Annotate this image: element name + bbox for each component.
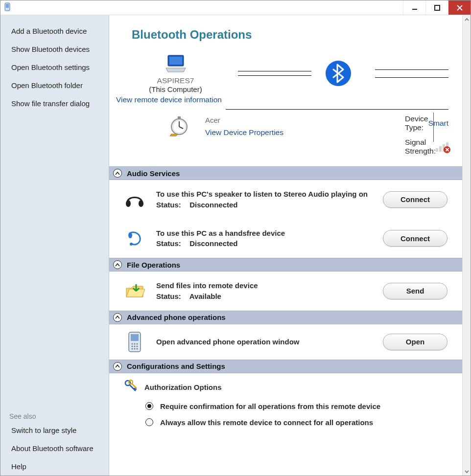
chevron-up-icon	[113, 362, 122, 371]
svg-point-19	[134, 345, 136, 347]
status-label: Status:	[156, 200, 188, 210]
service-desc: Open advanced phone operation window	[156, 337, 372, 347]
body: Add a Bluetooth device Show Bluetooth de…	[0, 15, 471, 476]
svg-point-18	[132, 345, 133, 347]
titlebar-left	[0, 0, 10, 15]
maximize-button[interactable]	[425, 0, 448, 15]
section-header-phone[interactable]: Advanced phone operations	[109, 311, 462, 324]
status-label: Status:	[156, 238, 188, 249]
svg-point-20	[137, 345, 138, 347]
section-config: Configurations and Settings Authorizatio…	[109, 360, 462, 431]
scroll-down-icon[interactable]	[463, 467, 471, 476]
svg-point-9	[126, 200, 131, 207]
svg-rect-4	[169, 57, 182, 65]
svg-point-12	[130, 243, 133, 246]
remote-info-row: Acer View Device Properties Device Type:…	[109, 110, 462, 166]
sidebar-item-show-devices[interactable]: Show Bluetooth devices	[0, 40, 109, 58]
see-also-heading: See also	[0, 408, 109, 421]
folder-send-icon	[124, 282, 145, 300]
view-remote-info-link[interactable]: View remote device information	[109, 93, 462, 106]
svg-point-10	[139, 200, 143, 207]
connection-lines-left	[238, 71, 311, 76]
section-audio: Audio Services To use this PC's speaker …	[109, 166, 462, 258]
service-phone-window: Open advanced phone operation window Ope…	[109, 324, 462, 360]
section-title-file: File Operations	[127, 261, 180, 269]
sidebar-item-open-settings[interactable]: Open Bluetooth settings	[0, 58, 109, 76]
section-phone: Advanced phone operations	[109, 311, 462, 360]
keys-icon	[124, 379, 138, 395]
scrollbar[interactable]	[462, 15, 471, 476]
signal-strength-label: Signal Strength:	[405, 138, 436, 156]
svg-point-21	[132, 348, 133, 349]
sidebar-item-open-folder[interactable]: Open Bluetooth folder	[0, 76, 109, 94]
service-send-files: Send files into remote device Status: Av…	[109, 272, 462, 311]
svg-point-23	[137, 348, 138, 349]
device-type-value[interactable]: Smart	[428, 119, 448, 128]
content: Bluetooth Operations ASPIRES7 (This Com	[109, 15, 462, 476]
local-device: ASPIRES7 (This Computer)	[123, 53, 228, 93]
device-type-label: Device Type:	[405, 114, 428, 132]
device-row: ASPIRES7 (This Computer)	[109, 53, 462, 93]
minimize-button[interactable]	[403, 0, 425, 15]
local-device-name: ASPIRES7	[157, 76, 194, 85]
section-title-config: Configurations and Settings	[127, 362, 225, 370]
radio-label: Require confirmation for all operations …	[160, 402, 380, 410]
radio-always-allow[interactable]: Always allow this remote device to conne…	[109, 414, 462, 431]
section-title-audio: Audio Services	[127, 169, 180, 178]
auth-options-heading: Authorization Options	[109, 373, 462, 398]
section-title-phone: Advanced phone operations	[127, 313, 226, 321]
scroll-up-icon[interactable]	[463, 15, 471, 23]
svg-point-15	[132, 343, 133, 344]
svg-rect-2	[435, 5, 440, 10]
titlebar	[0, 0, 471, 15]
radio-icon	[145, 402, 153, 410]
sidebar-item-help[interactable]: Help	[0, 457, 109, 476]
sidebar: Add a Bluetooth device Show Bluetooth de…	[0, 15, 109, 476]
remote-brand: Acer	[205, 116, 283, 124]
service-stereo-audio: To use this PC's speaker to listen to St…	[109, 180, 462, 219]
chevron-up-icon	[113, 313, 122, 322]
local-device-note: (This Computer)	[149, 85, 202, 93]
section-file: File Operations Send files into remote d…	[109, 258, 462, 311]
svg-point-11	[128, 232, 132, 238]
open-button[interactable]: Open	[383, 334, 447, 350]
service-handsfree: To use this PC as a handsfree device Sta…	[109, 219, 462, 258]
close-button[interactable]	[448, 0, 471, 15]
chevron-up-icon	[113, 169, 122, 178]
connection-lines-right	[355, 69, 448, 78]
service-desc: To use this PC as a handsfree device	[156, 228, 372, 239]
section-header-audio[interactable]: Audio Services	[109, 166, 462, 180]
status-value: Disconnected	[189, 201, 237, 209]
sidebar-item-file-transfer[interactable]: Show file transfer dialog	[0, 94, 109, 113]
headset-icon	[124, 229, 145, 247]
sidebar-item-large-style[interactable]: Switch to large style	[0, 421, 109, 439]
section-header-file[interactable]: File Operations	[109, 258, 462, 272]
svg-point-17	[137, 343, 138, 344]
app-icon	[4, 2, 10, 13]
svg-point-22	[134, 348, 136, 349]
headphones-icon	[124, 191, 145, 208]
connect-button[interactable]: Connect	[383, 191, 447, 208]
bluetooth-icon	[321, 60, 355, 87]
page-title: Bluetooth Operations	[109, 24, 462, 53]
window: Add a Bluetooth device Show Bluetooth de…	[0, 0, 471, 476]
content-wrap: Bluetooth Operations ASPIRES7 (This Com	[109, 15, 471, 476]
view-device-properties-link[interactable]: View Device Properties	[205, 128, 283, 137]
signal-strength-icon	[436, 142, 448, 152]
chevron-up-icon	[113, 260, 122, 269]
status-value: Available	[189, 292, 221, 300]
radio-icon	[145, 418, 153, 426]
sidebar-item-about[interactable]: About Bluetooth software	[0, 439, 109, 457]
send-button[interactable]: Send	[383, 283, 447, 299]
laptop-icon	[164, 53, 188, 74]
connect-button[interactable]: Connect	[383, 230, 447, 247]
service-desc: To use this PC's speaker to listen to St…	[156, 189, 372, 200]
status-label: Status:	[156, 291, 188, 302]
svg-point-16	[134, 343, 136, 344]
sidebar-item-add-device[interactable]: Add a Bluetooth device	[0, 22, 109, 40]
service-desc: Send files into remote device	[156, 280, 372, 291]
radio-require-confirmation[interactable]: Require confirmation for all operations …	[109, 398, 462, 414]
section-header-config[interactable]: Configurations and Settings	[109, 360, 462, 373]
svg-rect-1	[6, 4, 9, 8]
window-controls	[403, 0, 471, 15]
